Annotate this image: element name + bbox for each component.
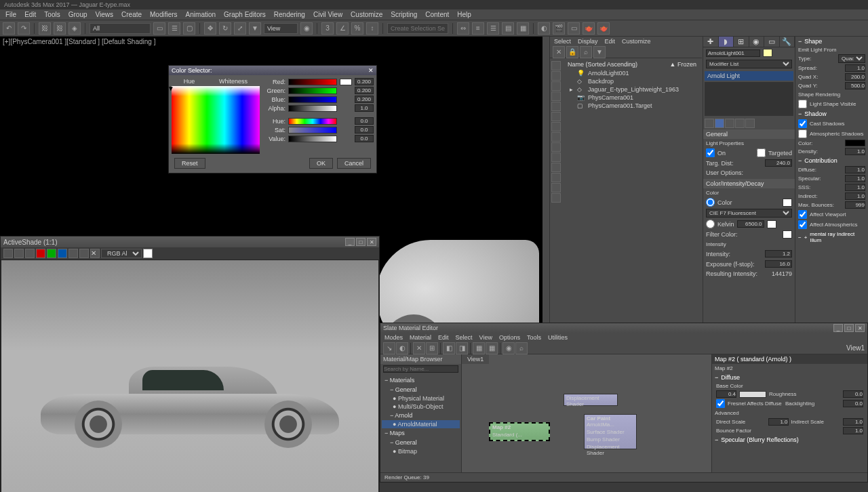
node-carpaint[interactable]: Car Paint ArnoldMa... Surface Shader Bum…	[584, 414, 637, 449]
modifier-stack-item[interactable]: Arnold Light	[705, 71, 793, 81]
scene-item[interactable]: 📷PhysCamera001	[564, 94, 701, 102]
vt-lights-icon[interactable]	[551, 81, 561, 91]
vt-frozen-icon[interactable]	[551, 163, 561, 172]
assign-icon[interactable]: ◐	[396, 342, 408, 354]
spinner-snap-icon[interactable]: ↕	[366, 22, 378, 35]
material-id-icon[interactable]: ◉	[502, 342, 515, 354]
cast-shadows-checkbox[interactable]	[798, 119, 807, 128]
layer-icon[interactable]: ☰	[487, 22, 499, 35]
density-value[interactable]: 1.0	[845, 148, 865, 155]
menu-modifiers[interactable]: Modifiers	[150, 11, 178, 18]
kelvin-value[interactable]: 6500.0	[737, 220, 764, 228]
hide-icon[interactable]: ◧	[443, 342, 455, 354]
close-icon[interactable]: ✕	[855, 324, 865, 332]
maxb-value[interactable]: 999	[845, 201, 865, 209]
multisub-item[interactable]: ● Multi/Sub-Object	[382, 403, 460, 411]
select-name-icon[interactable]: ☰	[168, 22, 180, 35]
shadow-rollout[interactable]: Shadow	[795, 109, 868, 119]
named-selection-input[interactable]	[387, 23, 448, 34]
cancel-button[interactable]: Cancel	[337, 158, 371, 169]
menu-rendering[interactable]: Rendering	[274, 11, 305, 18]
refcoord-combo[interactable]	[264, 23, 298, 34]
menu-tools[interactable]: Tools	[44, 11, 60, 18]
hue-value[interactable]: 0.0	[355, 117, 374, 125]
slate-menu-select[interactable]: Select	[456, 334, 473, 341]
hue-slider[interactable]	[288, 118, 337, 125]
indirect-value[interactable]: 1.0	[845, 192, 865, 200]
vt-shapes-icon[interactable]	[551, 71, 561, 81]
show-end-icon[interactable]	[715, 119, 724, 128]
vt-none-icon[interactable]	[551, 183, 561, 192]
tab-select[interactable]: Select	[554, 38, 571, 45]
vt-groups-icon[interactable]	[551, 132, 561, 142]
tab-utilities-icon[interactable]: 🔧	[780, 37, 795, 47]
render-setup-icon[interactable]: 🎬	[553, 22, 565, 35]
mirror-icon[interactable]: ⇔	[457, 22, 469, 35]
render-icon[interactable]: 🫖	[583, 22, 595, 35]
menu-grapheditors[interactable]: Graph Editors	[224, 11, 266, 18]
bind-icon[interactable]: ◈	[68, 22, 81, 35]
configure-icon[interactable]	[745, 119, 755, 128]
col-frozen[interactable]: ▲ Frozen	[670, 61, 696, 68]
layout-icon[interactable]: ▦	[473, 342, 485, 354]
vt-xref-icon[interactable]	[551, 142, 561, 152]
align-icon[interactable]: ≡	[472, 22, 484, 35]
delete-icon[interactable]: ✕	[413, 342, 425, 354]
menu-content[interactable]: Content	[425, 11, 449, 18]
curve-editor-icon[interactable]: ▤	[502, 22, 514, 35]
make-unique-icon[interactable]	[725, 119, 734, 128]
vt-geometry-icon[interactable]	[551, 61, 561, 70]
color-gradient[interactable]: ▼	[172, 86, 260, 154]
green-slider[interactable]	[288, 87, 337, 94]
scene-item[interactable]: ▢PhysCamera001.Target	[564, 102, 701, 110]
base-swatch[interactable]	[739, 391, 766, 398]
ok-button[interactable]: OK	[309, 158, 333, 169]
search-icon[interactable]: ⌕	[580, 46, 592, 58]
close-icon[interactable]: ✕	[368, 67, 374, 74]
maximize-icon[interactable]: □	[356, 238, 366, 246]
material-editor-icon[interactable]: ◐	[538, 22, 550, 35]
direct-scale-val[interactable]: 1.0	[768, 418, 789, 426]
menu-animation[interactable]: Animation	[186, 11, 216, 18]
slate-menu-view[interactable]: View	[479, 334, 492, 341]
menu-views[interactable]: Views	[96, 11, 114, 18]
select-icon[interactable]: ▭	[153, 22, 165, 35]
base-val[interactable]: 0.4	[716, 390, 736, 398]
maximize-icon[interactable]: □	[844, 324, 854, 332]
affect-atmos-checkbox[interactable]	[798, 220, 807, 229]
rotate-icon[interactable]: ↻	[219, 22, 231, 35]
materials-cat[interactable]: − Materials	[382, 375, 460, 385]
menu-help[interactable]: Help	[457, 11, 471, 18]
modifier-stack[interactable]	[705, 82, 793, 116]
green-value[interactable]: 0.200	[355, 87, 374, 94]
general-cat[interactable]: − General	[382, 385, 460, 394]
slate-menu-modes[interactable]: Modes	[384, 334, 403, 341]
red-slider[interactable]	[288, 79, 337, 85]
bitmap-item[interactable]: ● Bitmap	[382, 447, 460, 455]
menu-file[interactable]: File	[5, 11, 16, 18]
tab-motion-icon[interactable]: ◉	[749, 37, 765, 47]
shape-rollout[interactable]: Shape	[795, 37, 868, 46]
alpha-slider[interactable]	[288, 105, 337, 112]
menu-group[interactable]: Group	[68, 11, 87, 18]
phys-mat-item[interactable]: ● Physical Material	[382, 394, 460, 403]
menu-edit[interactable]: Edit	[24, 11, 36, 18]
col-name[interactable]: Name (Sorted Ascending)	[568, 61, 637, 68]
selection-filter[interactable]	[90, 23, 151, 34]
arnold-mat-item[interactable]: ● ArnoldMaterial	[382, 420, 460, 428]
rgb-red-icon[interactable]	[36, 249, 45, 258]
blue-slider[interactable]	[288, 96, 337, 103]
kelvin-radio[interactable]	[706, 220, 715, 228]
save-icon[interactable]	[3, 249, 13, 258]
bounce-factor-val[interactable]: 1.0	[843, 427, 863, 434]
menu-civilview[interactable]: Civil View	[313, 11, 342, 18]
specular-rollout[interactable]: Specular (Blurry Reflections)	[712, 435, 867, 445]
targ-dist-value[interactable]: 240.0	[765, 159, 792, 167]
schematic-icon[interactable]: ▦	[517, 22, 529, 35]
color-radio[interactable]	[706, 198, 715, 207]
alpha-icon[interactable]	[68, 249, 78, 258]
mono-icon[interactable]	[79, 249, 89, 258]
arnold-cat[interactable]: − Arnold	[382, 411, 460, 420]
contribution-rollout[interactable]: Contribution	[795, 156, 868, 165]
filter-color-swatch[interactable]	[783, 230, 792, 239]
